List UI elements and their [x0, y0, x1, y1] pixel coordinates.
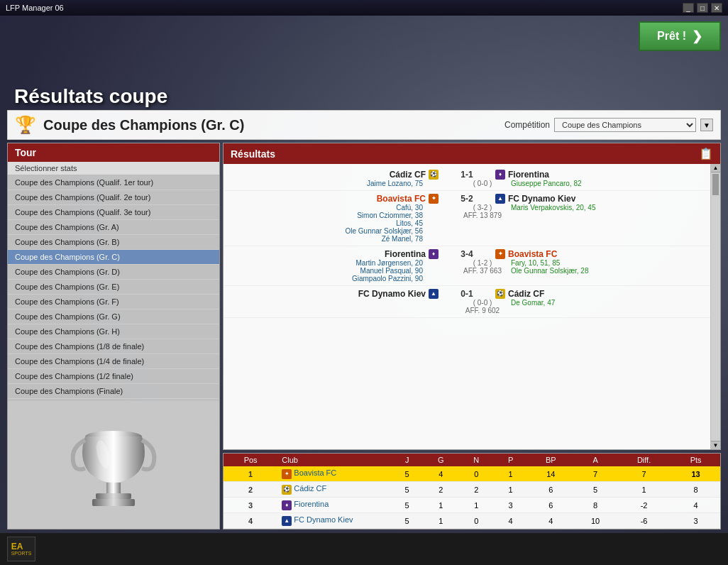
sidebar-item-grh[interactable]: Coupe des Champions (Gr. H) [8, 324, 219, 339]
row2-diff: 1 [617, 482, 671, 498]
sidebar-item-grb[interactable]: Coupe des Champions (Gr. B) [8, 235, 219, 250]
sidebar-item-finale[interactable]: Coupe des Champions (Finale) [8, 384, 219, 399]
match-2-home-scorers: Cafú, 30 Simon Cziommer, 38 Litos, 45 Ol… [231, 204, 454, 243]
row2-bp: 6 [527, 482, 574, 498]
right-panel: Résultats 📋 Cádiz CF ⚽ 1-1 [223, 143, 721, 530]
match-1-home-scorers: Jaime Lozano, 75 [231, 180, 454, 187]
scorer-lozano: Jaime Lozano, 75 [231, 180, 423, 187]
scroll-down-button[interactable]: ▼ [711, 441, 720, 449]
sidebar-item-grf[interactable]: Coupe des Champions (Gr. F) [8, 295, 219, 309]
row3-n: 1 [459, 498, 494, 513]
row2-p: 1 [494, 482, 528, 498]
match-3-home: Fiorentina ♦ [231, 249, 439, 259]
row4-diff: -6 [617, 513, 671, 529]
row2-j: 5 [391, 482, 423, 498]
match-4-aff: AFF. 9 602 [465, 307, 500, 314]
row3-pts: 4 [671, 498, 720, 513]
match-3-home-name: Fiorentina [385, 249, 426, 259]
sidebar-item-qualif1[interactable]: Coupe des Champions (Qualif. 1er tour) [8, 175, 219, 190]
match-2-home-name: Boavista FC [377, 194, 426, 204]
scorer-maris: Maris Verpakovskis, 20, 45 [511, 204, 703, 212]
sidebar-item-12[interactable]: Coupe des Champions (1/2 finale) [8, 369, 219, 384]
match-1-away: ♦ Fiorentina [495, 170, 703, 180]
row1-club-link[interactable]: Boavista FC [294, 468, 336, 477]
trophy-svg [67, 415, 160, 515]
row2-g: 2 [423, 482, 459, 498]
match-3-row: Fiorentina ♦ 3-4 ✦ Boavista FC [231, 249, 703, 259]
col-g: G [423, 454, 459, 466]
match-4-row: FC Dynamo Kiev ▲ 0-1 ⚽ Cádiz CF [231, 289, 703, 299]
scroll-thumb[interactable] [712, 174, 719, 195]
results-body[interactable]: Cádiz CF ⚽ 1-1 ♦ Fiorentina [224, 164, 710, 449]
row2-n: 2 [459, 482, 494, 498]
sidebar-item-qualif2[interactable]: Coupe des Champions (Qualif. 2e tour) [8, 190, 219, 205]
row1-bp: 14 [527, 466, 574, 482]
row4-n: 0 [459, 513, 494, 529]
sidebar-list: Coupe des Champions (Qualif. 1er tour) C… [8, 175, 219, 401]
results-icon: 📋 [699, 147, 713, 160]
maximize-button[interactable]: □ [697, 3, 708, 13]
match-2-away-badge: ▲ [495, 194, 505, 204]
classement-row-2: 2 ⚽ Cádiz CF 5 2 2 1 6 5 1 [224, 482, 720, 498]
match-2-score-extra: ( 3-2 ) AFF. 13 879 [454, 204, 511, 243]
row2-badge: ⚽ [282, 485, 292, 495]
sidebar-trophy [8, 401, 219, 529]
match-2: Boavista FC ✦ 5-2 ▲ FC Dynamo Kiev [224, 191, 710, 246]
col-diff: Diff. [617, 454, 671, 466]
row2-pts: 8 [671, 482, 720, 498]
row1-p: 1 [494, 466, 528, 482]
competition-selector: Compétition Coupe des Champions ▼ [504, 118, 713, 132]
columns-layout: Tour Sélectionner stats Coupe des Champi… [7, 143, 721, 530]
svg-rect-1 [106, 483, 121, 493]
competition-dropdown-button[interactable]: ▼ [700, 119, 713, 131]
row3-club-link[interactable]: Fiorentina [294, 500, 329, 508]
match-3-away-scorers: Fary, 10, 51, 85 Ole Gunnar Solskjær, 28 [511, 259, 703, 282]
results-scrollbar[interactable]: ▲ ▼ [710, 164, 720, 449]
close-button[interactable]: ✕ [711, 3, 722, 13]
trophy-icon: 🏆 [15, 115, 36, 135]
match-2-aff: AFF. 13 879 [463, 212, 502, 219]
col-bp: BP [527, 454, 574, 466]
page-title: Résultats coupe [14, 85, 714, 108]
sidebar-item-gre[interactable]: Coupe des Champions (Gr. E) [8, 280, 219, 295]
row1-diff: 7 [617, 466, 671, 482]
match-4-away: ⚽ Cádiz CF [495, 289, 703, 299]
row1-j: 5 [391, 466, 423, 482]
sidebar-item-grg[interactable]: Coupe des Champions (Gr. G) [8, 309, 219, 324]
col-j: J [391, 454, 423, 466]
match-1-home-name: Cádiz CF [390, 170, 426, 180]
title-bar: LFP Manager 06 _ □ ✕ [0, 0, 728, 16]
row4-club: ▲ FC Dynamo Kiev [277, 513, 391, 529]
match-2-away: ▲ FC Dynamo Kiev [495, 194, 703, 204]
scorer-martin: Martin Jørgensen, 20 [231, 259, 423, 267]
competition-dropdown[interactable]: Coupe des Champions [554, 118, 696, 132]
sidebar-item-18[interactable]: Coupe des Champions (1/8 de finale) [8, 339, 219, 354]
main-content: 🏆 Coupe des Champions (Gr. C) Compétitio… [7, 110, 721, 530]
match-2-scorers: Cafú, 30 Simon Cziommer, 38 Litos, 45 Ol… [231, 204, 703, 243]
row1-n: 0 [459, 466, 494, 482]
col-club: Club [277, 454, 391, 466]
row2-club-link[interactable]: Cádiz CF [294, 484, 326, 493]
pret-button[interactable]: Prêt ! ❯ [639, 21, 721, 51]
sidebar-item-qualif3[interactable]: Coupe des Champions (Qualif. 3e tour) [8, 205, 219, 220]
row1-badge: ✦ [282, 469, 292, 479]
row4-club-link[interactable]: FC Dynamo Kiev [294, 515, 353, 524]
match-2-home-badge: ✦ [429, 194, 439, 204]
minimize-button[interactable]: _ [683, 3, 694, 13]
sidebar-item-grc[interactable]: Coupe des Champions (Gr. C) [8, 250, 219, 265]
competition-label: Compétition [504, 120, 550, 130]
col-pos: Pos [224, 454, 277, 466]
scroll-up-button[interactable]: ▲ [711, 164, 720, 172]
classement-row-1: 1 ✦ Boavista FC 5 4 0 1 14 7 7 [224, 466, 720, 482]
sidebar-item-grd[interactable]: Coupe des Champions (Gr. D) [8, 265, 219, 280]
row4-p: 4 [494, 513, 528, 529]
sidebar-item-gra[interactable]: Coupe des Champions (Gr. A) [8, 220, 219, 235]
row2-pos: 2 [224, 482, 277, 498]
row1-g: 4 [423, 466, 459, 482]
match-3-home-badge: ♦ [429, 249, 439, 259]
results-section: Résultats 📋 Cádiz CF ⚽ 1-1 [223, 143, 721, 450]
match-4-score: 0-1 [439, 289, 495, 299]
row4-pts: 3 [671, 513, 720, 529]
sidebar-item-14[interactable]: Coupe des Champions (1/4 de finale) [8, 354, 219, 369]
match-2-away-scorers: Maris Verpakovskis, 20, 45 [511, 204, 703, 243]
